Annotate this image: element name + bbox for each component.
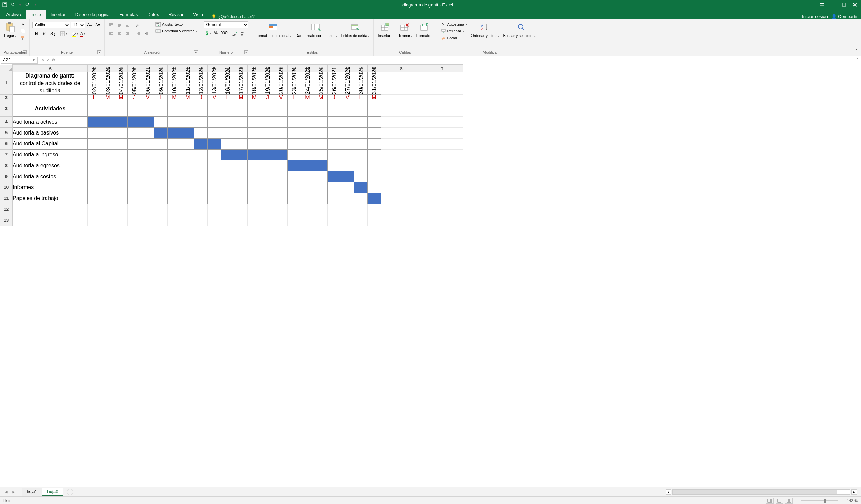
cell-E13[interactable] — [128, 215, 141, 226]
gantt-cell-6-21[interactable] — [368, 138, 381, 149]
cell-R3[interactable] — [301, 101, 314, 116]
sort-filter-button[interactable]: AZOrdenar y filtrar — [469, 21, 500, 39]
gantt-cell-5-12[interactable] — [248, 127, 261, 138]
date-cell-20[interactable]: 30/01/2021 — [354, 72, 368, 95]
gantt-cell-10-14[interactable] — [274, 182, 288, 193]
cell-P3[interactable] — [274, 101, 288, 116]
next-sheet-button[interactable]: ► — [10, 490, 17, 494]
day-cell-15[interactable]: L — [288, 94, 301, 101]
cell-X10[interactable] — [381, 182, 422, 193]
font-color-button[interactable]: A — [79, 30, 86, 38]
name-box[interactable]: A22▼ — [1, 57, 38, 64]
cell-C13[interactable] — [101, 215, 114, 226]
gantt-cell-6-19[interactable] — [341, 138, 354, 149]
cell-B12[interactable] — [88, 204, 101, 215]
increase-decimal-button[interactable]: .0.00 — [231, 29, 239, 37]
cell-D3[interactable] — [114, 101, 128, 116]
gantt-cell-8-8[interactable] — [194, 160, 208, 171]
gantt-cell-11-7[interactable] — [181, 193, 194, 204]
gantt-cell-4-13[interactable] — [261, 116, 274, 127]
gantt-cell-5-20[interactable] — [354, 127, 368, 138]
cell-Y6[interactable] — [422, 138, 463, 149]
gantt-cell-8-18[interactable] — [328, 160, 341, 171]
gantt-cell-10-0[interactable] — [88, 182, 101, 193]
gantt-cell-5-9[interactable] — [208, 127, 221, 138]
gantt-cell-5-17[interactable] — [314, 127, 328, 138]
gantt-cell-8-7[interactable] — [181, 160, 194, 171]
gantt-cell-11-19[interactable] — [341, 193, 354, 204]
cell-styles-button[interactable]: Estilos de celda — [340, 21, 371, 39]
cell-J3[interactable] — [194, 101, 208, 116]
gantt-cell-10-8[interactable] — [194, 182, 208, 193]
normal-view-button[interactable] — [766, 498, 774, 504]
gantt-cell-8-12[interactable] — [248, 160, 261, 171]
gantt-cell-11-9[interactable] — [208, 193, 221, 204]
redo-icon[interactable] — [25, 2, 30, 8]
gantt-cell-11-10[interactable] — [221, 193, 234, 204]
gantt-cell-6-20[interactable] — [354, 138, 368, 149]
cell-O12[interactable] — [261, 204, 274, 215]
date-cell-0[interactable]: 02/01/2021 — [88, 72, 101, 95]
cell-O13[interactable] — [261, 215, 274, 226]
gantt-cell-5-19[interactable] — [341, 127, 354, 138]
cell-Y7[interactable] — [422, 149, 463, 160]
hscroll-right[interactable]: ► — [851, 489, 857, 495]
clear-button[interactable]: Borrar — [440, 35, 468, 41]
cell-F3[interactable] — [141, 101, 154, 116]
cell-Q12[interactable] — [288, 204, 301, 215]
gantt-cell-7-6[interactable] — [168, 149, 181, 160]
gantt-cell-5-4[interactable] — [141, 127, 154, 138]
cell-T13[interactable] — [328, 215, 341, 226]
orientation-button[interactable]: ab — [135, 21, 142, 29]
gantt-cell-11-11[interactable] — [234, 193, 248, 204]
gantt-cell-5-14[interactable] — [274, 127, 288, 138]
date-cell-18[interactable]: 26/01/2021 — [328, 72, 341, 95]
formula-bar[interactable] — [58, 59, 854, 61]
gantt-cell-4-19[interactable] — [341, 116, 354, 127]
prev-sheet-button[interactable]: ◄ — [3, 490, 10, 494]
tab-inicio[interactable]: Inicio — [26, 10, 45, 19]
day-cell-12[interactable]: M — [248, 94, 261, 101]
gantt-cell-5-11[interactable] — [234, 127, 248, 138]
row-header-9[interactable]: 9 — [0, 171, 13, 182]
cell-K12[interactable] — [208, 204, 221, 215]
cell-Y8[interactable] — [422, 160, 463, 171]
activity-9[interactable]: Auditoria a costos — [13, 171, 88, 182]
italic-button[interactable]: K — [41, 30, 48, 38]
gantt-cell-10-10[interactable] — [221, 182, 234, 193]
zoom-level[interactable]: 142 % — [847, 499, 858, 503]
gantt-cell-4-9[interactable] — [208, 116, 221, 127]
zoom-in-button[interactable]: + — [843, 499, 845, 503]
align-right-button[interactable] — [124, 30, 131, 38]
day-cell-3[interactable]: J — [128, 94, 141, 101]
gantt-cell-11-4[interactable] — [141, 193, 154, 204]
gantt-cell-11-8[interactable] — [194, 193, 208, 204]
col-header-A[interactable]: A — [13, 65, 88, 72]
gantt-cell-9-7[interactable] — [181, 171, 194, 182]
cell-A12[interactable] — [13, 204, 88, 215]
day-cell-5[interactable]: L — [154, 94, 168, 101]
row-header-6[interactable]: 6 — [0, 138, 13, 149]
cell-K3[interactable] — [208, 101, 221, 116]
gantt-cell-10-6[interactable] — [168, 182, 181, 193]
gantt-cell-9-11[interactable] — [234, 171, 248, 182]
date-cell-4[interactable]: 06/01/2021 — [141, 72, 154, 95]
gantt-cell-6-9[interactable] — [208, 138, 221, 149]
gantt-cell-11-14[interactable] — [274, 193, 288, 204]
gantt-cell-7-17[interactable] — [314, 149, 328, 160]
gantt-cell-4-7[interactable] — [181, 116, 194, 127]
cell-X13[interactable] — [381, 215, 422, 226]
gantt-cell-11-12[interactable] — [248, 193, 261, 204]
decrease-font-button[interactable]: A▾ — [94, 21, 101, 29]
day-cell-19[interactable]: V — [341, 94, 354, 101]
gantt-cell-4-6[interactable] — [168, 116, 181, 127]
gantt-cell-10-11[interactable] — [234, 182, 248, 193]
gantt-cell-11-20[interactable] — [354, 193, 368, 204]
cell-F13[interactable] — [141, 215, 154, 226]
gantt-cell-11-1[interactable] — [101, 193, 114, 204]
gantt-cell-8-13[interactable] — [261, 160, 274, 171]
gantt-cell-4-12[interactable] — [248, 116, 261, 127]
date-cell-12[interactable]: 18/01/2021 — [248, 72, 261, 95]
gantt-cell-8-4[interactable] — [141, 160, 154, 171]
gantt-cell-4-15[interactable] — [288, 116, 301, 127]
